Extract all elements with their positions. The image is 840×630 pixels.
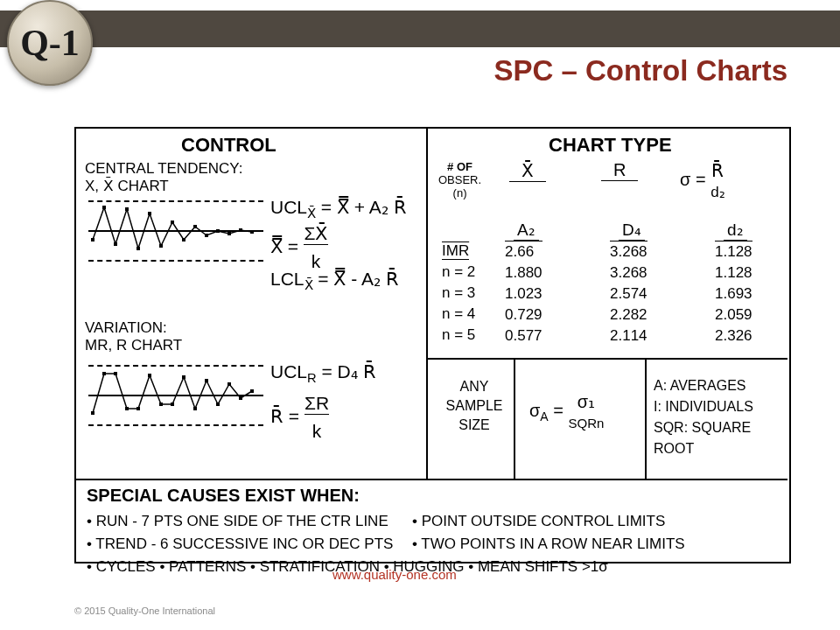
svg-rect-2: [114, 242, 117, 246]
eq-ucl-xbar: UCLX̄ = X̿ + A₂ R̄: [270, 197, 407, 220]
table-a2: 2.66 1.880 1.023 0.729 0.577: [505, 241, 542, 346]
svg-rect-7: [171, 220, 174, 224]
r-trace: [88, 365, 263, 424]
xbar-mini-chart: [88, 200, 263, 260]
svg-rect-18: [125, 407, 129, 410]
header-bar: [0, 10, 840, 47]
lcl-line: [88, 424, 263, 426]
svg-rect-11: [216, 229, 220, 233]
svg-rect-12: [228, 232, 231, 235]
svg-rect-23: [182, 375, 186, 379]
divider-vertical: [426, 129, 428, 479]
const-d4: D₄: [619, 220, 645, 241]
svg-rect-28: [239, 396, 242, 400]
eq-lcl-xbar: LCLX̄ = X̿ - A₂ R̄: [270, 269, 399, 292]
table-d2: 1.128 1.128 1.693 2.059 2.326: [715, 241, 752, 346]
variation-label: VARIATION: MR, R CHART: [85, 319, 182, 354]
svg-rect-20: [148, 374, 151, 377]
svg-rect-15: [91, 411, 94, 415]
svg-rect-21: [159, 402, 163, 406]
svg-rect-4: [136, 247, 140, 250]
col-sigma: σ = R̄ d₂: [680, 160, 725, 201]
svg-rect-16: [102, 372, 106, 375]
col-r: R: [601, 160, 638, 181]
const-d2: d₂: [724, 220, 747, 241]
logo-text: Q-1: [20, 22, 80, 64]
footer-url: www.quality-one.com: [332, 567, 457, 582]
obs-header: # OF OBSER. (n): [438, 160, 481, 200]
control-heading: CONTROL: [181, 134, 276, 157]
reference-sheet: CONTROL CENTRAL TENDENCY: X, X̄ CHART: [74, 127, 791, 564]
table-n: IMR n = 2 n = 3 n = 4 n = 5: [442, 241, 475, 346]
page-title: SPC – Control Charts: [494, 54, 788, 88]
svg-rect-6: [159, 244, 163, 248]
svg-rect-25: [205, 379, 208, 382]
svg-rect-3: [125, 207, 129, 211]
const-a2: A₂: [514, 220, 539, 241]
svg-rect-9: [193, 225, 197, 228]
svg-rect-17: [114, 372, 117, 375]
eq-ucl-r: UCLR = D₄ R̄: [270, 361, 376, 385]
sigma-legend: A: AVERAGES I: INDIVIDUALS SQR: SQUARE R…: [654, 375, 789, 459]
eq-rbar: R̄ = ΣR k: [270, 393, 329, 442]
svg-rect-22: [171, 402, 174, 406]
svg-rect-14: [250, 230, 254, 234]
chart-type-heading: CHART TYPE: [549, 134, 672, 157]
svg-rect-26: [216, 402, 220, 406]
slide: Q-1 SPC – Control Charts CONTROL CENTRAL…: [0, 0, 840, 630]
svg-rect-5: [148, 212, 151, 215]
divider-h1: [426, 358, 788, 360]
copyright: © 2015 Quality-One International: [74, 606, 215, 616]
table-d4: 3.268 3.268 2.574 2.282 2.114: [610, 241, 648, 346]
col-xbar: X̄: [509, 160, 546, 182]
sigma-a-formula: σA = σ₁ SQRn: [529, 391, 604, 432]
svg-rect-29: [250, 389, 254, 393]
eq-xbarbar: X̿ = ΣX̄ k: [270, 223, 328, 272]
any-sample-size: ANY SAMPLE SIZE: [444, 377, 505, 435]
special-causes-heading: SPECIAL CAUSES EXIST WHEN:: [87, 486, 360, 506]
divider-v2: [514, 358, 515, 479]
svg-rect-8: [182, 238, 186, 242]
brand-logo: Q-1: [7, 0, 93, 86]
r-mini-chart: [88, 365, 263, 424]
xbar-trace: [88, 200, 263, 260]
divider-v3: [645, 358, 647, 479]
svg-rect-0: [91, 238, 94, 242]
svg-rect-13: [239, 228, 242, 232]
svg-rect-10: [205, 234, 208, 237]
svg-rect-27: [228, 382, 231, 386]
svg-rect-1: [102, 206, 106, 209]
divider-h2: [76, 479, 788, 480]
central-tendency-label: CENTRAL TENDENCY: X, X̄ CHART: [85, 160, 242, 195]
svg-rect-19: [136, 407, 140, 410]
svg-rect-24: [193, 407, 197, 410]
lcl-line: [88, 260, 263, 262]
